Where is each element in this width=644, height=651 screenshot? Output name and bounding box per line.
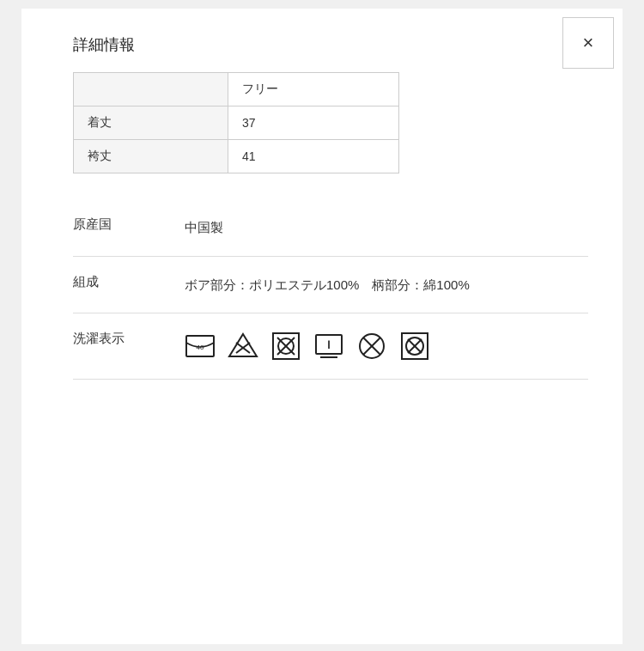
- wash-40-icon: 40: [185, 331, 216, 362]
- laundry-icons: 40: [185, 331, 430, 362]
- composition-row: 組成 ボア部分：ポリエステル100% 柄部分：綿100%: [73, 257, 588, 314]
- no-bleach-icon: [228, 331, 258, 362]
- table-label-hakamadake: 袴丈: [74, 140, 228, 173]
- table-row: 着丈 37: [74, 106, 399, 140]
- no-wet-clean-icon: [399, 331, 430, 362]
- laundry-row: 洗濯表示 40: [73, 313, 588, 380]
- table-value-hakamadake: 41: [228, 140, 399, 173]
- modal-title: 詳細情報: [73, 34, 588, 55]
- table-value-kittake: 37: [228, 106, 399, 140]
- no-dry-clean-icon: [356, 331, 387, 362]
- iron-low-icon: Ⅰ: [313, 331, 344, 362]
- modal-container: × 詳細情報 フリー 着丈 37 袴丈 41 原: [21, 9, 623, 644]
- svg-marker-2: [229, 334, 257, 356]
- composition-value: ボア部分：ポリエステル100% 柄部分：綿100%: [185, 274, 470, 296]
- svg-text:Ⅰ: Ⅰ: [327, 339, 331, 351]
- size-table: フリー 着丈 37 袴丈 41: [73, 72, 399, 173]
- svg-text:40: 40: [197, 344, 204, 351]
- no-tumble-dry-icon: [270, 331, 301, 362]
- origin-label: 原産国: [73, 216, 185, 233]
- origin-value: 中国製: [185, 216, 223, 239]
- laundry-label: 洗濯表示: [73, 331, 185, 347]
- table-row: 袴丈 41: [74, 140, 399, 173]
- table-header-empty: [74, 73, 228, 106]
- table-label-kittake: 着丈: [74, 106, 228, 140]
- modal-overlay: × 詳細情報 フリー 着丈 37 袴丈 41 原: [0, 0, 644, 651]
- origin-row: 原産国 中国製: [73, 199, 588, 257]
- close-icon: ×: [583, 32, 594, 54]
- table-header-free: フリー: [228, 73, 399, 106]
- composition-label: 組成: [73, 274, 185, 290]
- close-button[interactable]: ×: [562, 17, 614, 69]
